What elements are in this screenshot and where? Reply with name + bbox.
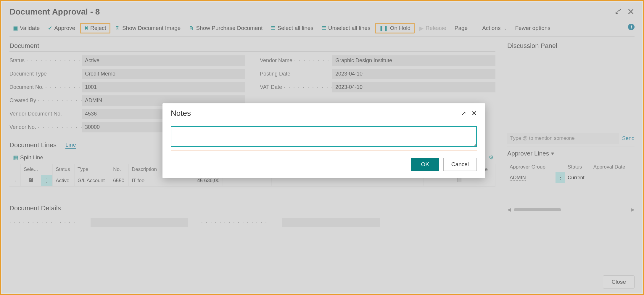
notes-modal: Notes ⤢ ✕ OK Cancel [162,103,485,178]
ok-button[interactable]: OK [411,158,439,171]
expand-icon[interactable]: ⤢ [461,110,466,117]
modal-title: Notes [171,109,191,118]
modal-close-icon[interactable]: ✕ [471,110,477,117]
cancel-button[interactable]: Cancel [443,158,477,171]
notes-input[interactable] [171,126,477,147]
